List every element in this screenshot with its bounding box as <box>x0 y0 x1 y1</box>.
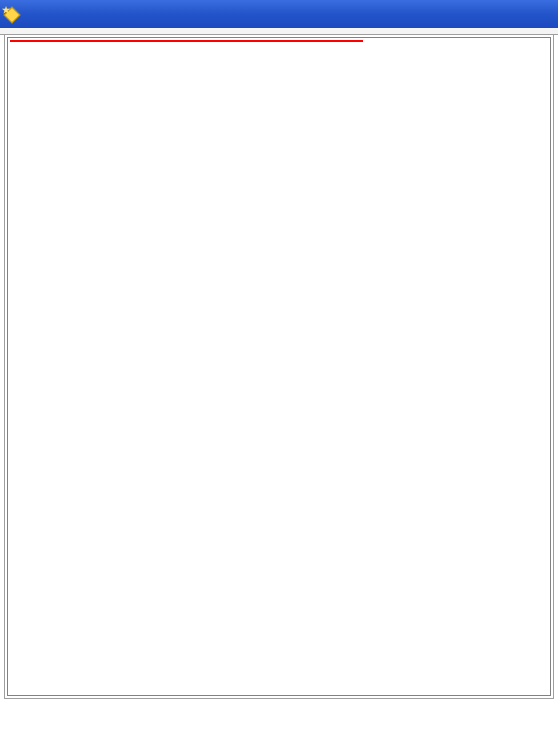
app-icon <box>4 6 20 22</box>
content-area <box>4 35 554 699</box>
atom-listbox[interactable] <box>7 37 551 696</box>
tab-bar <box>0 28 558 35</box>
title-bar <box>0 0 558 28</box>
highlight-box <box>10 40 363 42</box>
